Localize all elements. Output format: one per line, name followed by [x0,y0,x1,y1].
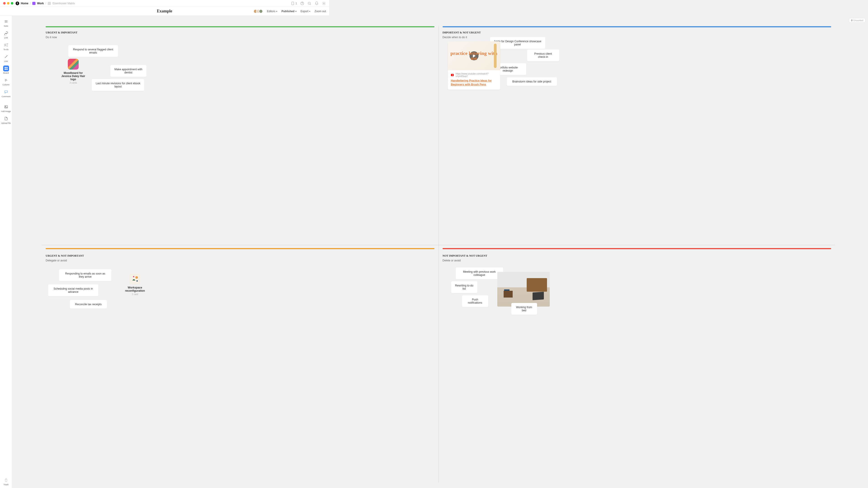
comment-icon [3,89,9,95]
export-dropdown[interactable]: Export▾ [301,10,311,13]
card-count-value: 1 [296,2,297,5]
zoom-out-button[interactable]: Zoom out [314,10,326,13]
svg-point-3 [323,3,324,4]
close-window-button[interactable] [3,2,6,4]
todo-icon [3,42,9,48]
published-dropdown[interactable]: Published▾ [281,10,296,13]
traffic-lights [3,2,13,4]
breadcrumb: Home / Work / Eisenhower Matrix [16,2,291,5]
canvas[interactable]: 0Unsorted URGENT & IMPORTANT Do it now R… [12,16,329,184]
tool-board[interactable]: Board [0,64,12,76]
svg-rect-9 [5,69,6,70]
minimize-window-button[interactable] [7,2,9,4]
page-title: Example [157,9,172,13]
breadcrumb-home[interactable]: Home [21,2,28,5]
svg-rect-10 [6,69,7,70]
page-header: Example Editors▾ Published▾ Export▾ Zoom… [0,7,329,16]
breadcrumb-separator: / [45,2,46,5]
image-icon [3,104,9,110]
tool-note[interactable]: Note [0,17,12,29]
board-thumbnail [68,59,79,70]
board-card-count: 3 cards [59,82,88,84]
settings-icon[interactable] [322,1,326,5]
maximize-window-button[interactable] [11,2,13,4]
eisenhower-matrix: URGENT & IMPORTANT Do it now Respond to … [41,25,329,184]
tool-add-image[interactable]: Add image [0,103,12,114]
home-icon[interactable] [16,2,19,5]
window-titlebar: Home / Work / Eisenhower Matrix 1 [0,0,329,7]
svg-point-15 [5,106,6,107]
breadcrumb-current: Eisenhower Matrix [53,2,75,5]
card-revisions[interactable]: Last minute revisions for client ebook l… [92,79,144,91]
tool-comment[interactable]: Comment [0,88,12,99]
line-icon [3,54,9,60]
board-name: Moodboard for Jessica Daley Hair logo [59,71,88,81]
file-icon [3,116,9,122]
chevron-down-icon: ▾ [309,10,310,12]
quadrant-color-bar [46,26,329,27]
quadrant-subtitle: Do it now [46,36,329,39]
card-count-badge[interactable]: 1 [291,1,297,5]
tool-link[interactable]: Link [0,29,12,41]
svg-rect-14 [5,105,7,108]
editors-dropdown[interactable]: Editors▾ [267,10,277,13]
search-icon[interactable] [307,1,311,5]
collaborator-avatars[interactable] [255,9,263,13]
svg-rect-8 [6,67,7,68]
note-icon [3,19,9,24]
chevron-down-icon: ▾ [296,10,297,12]
page-icon [48,2,51,5]
breadcrumb-separator: / [30,2,31,5]
svg-point-2 [308,2,310,4]
card-icon [291,1,295,5]
board-icon [3,66,9,71]
tool-line[interactable]: Line [0,53,12,64]
notifications-icon[interactable] [315,1,319,5]
header-actions: Editors▾ Published▾ Export▾ Zoom out [255,9,326,13]
svg-rect-0 [292,2,294,5]
card-appointment[interactable]: Make appointment with dentist [110,65,147,77]
link-icon [3,30,9,36]
tool-sidebar: Note Link To-do Line Board Column Commen… [0,16,12,184]
breadcrumb-work[interactable]: Work [37,2,44,5]
quadrant-urgent-important: URGENT & IMPORTANT Do it now Respond to … [41,25,329,184]
chevron-down-icon: ▾ [276,10,277,12]
tool-column[interactable]: Column [0,76,12,88]
board-moodboard[interactable]: Moodboard for Jessica Daley Hair logo 3 … [59,59,88,84]
svg-rect-7 [5,67,6,68]
topbar-actions: 1 [291,1,326,5]
work-folder-icon [32,2,35,5]
card-emails[interactable]: Respond to several flagged client emails [68,45,118,57]
tool-upload-file[interactable]: Upload file [0,114,12,126]
quadrant-title: URGENT & IMPORTANT [46,31,329,34]
tool-todo[interactable]: To-do [0,41,12,53]
column-icon [3,77,9,83]
help-icon[interactable] [300,1,304,5]
